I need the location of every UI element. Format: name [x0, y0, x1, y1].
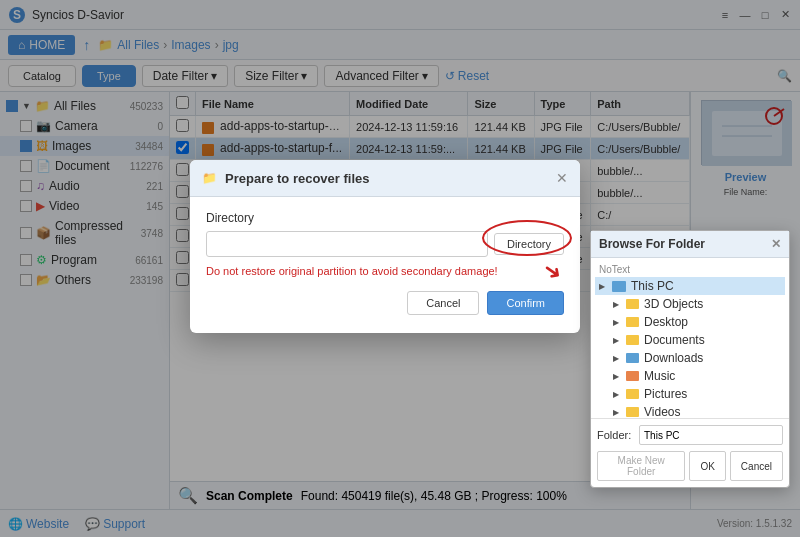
- tree-arrow-icon: ▶: [613, 408, 623, 417]
- folder-icon: [626, 335, 639, 345]
- folder-icon: [626, 371, 639, 381]
- tree-item-videos[interactable]: ▶ Videos: [595, 403, 785, 418]
- dialog-footer: Cancel Confirm: [206, 291, 564, 319]
- tree-item-desktop[interactable]: ▶ Desktop: [595, 313, 785, 331]
- tree-arrow-icon: ▶: [613, 318, 623, 327]
- folder-input[interactable]: [639, 425, 783, 445]
- browse-close-button[interactable]: ✕: [771, 237, 781, 251]
- tree-arrow-icon: ▶: [613, 390, 623, 399]
- tree-arrow-icon: ▶: [613, 336, 623, 345]
- browse-folder-dialog: Browse For Folder ✕ NoText ▶ This PC ▶ 3…: [590, 230, 790, 488]
- warning-text: Do not restore original partition to avo…: [206, 265, 564, 277]
- pc-icon: [612, 281, 626, 292]
- tree-item-pictures[interactable]: ▶ Pictures: [595, 385, 785, 403]
- folder-icon: [626, 353, 639, 363]
- make-new-folder-button[interactable]: Make New Folder: [597, 451, 685, 481]
- browse-dialog-footer: Folder: Make New Folder OK Cancel: [591, 418, 789, 487]
- tree-item-this-pc[interactable]: ▶ This PC: [595, 277, 785, 295]
- folder-icon: [626, 317, 639, 327]
- confirm-button[interactable]: Confirm: [487, 291, 564, 315]
- tree-item-music[interactable]: ▶ Music: [595, 367, 785, 385]
- folder-row: Folder:: [597, 425, 783, 445]
- dialog-header: 📁 Prepare to recover files ✕: [190, 160, 580, 197]
- browse-dialog-body: NoText ▶ This PC ▶ 3D Objects ▶ Desktop …: [591, 258, 789, 418]
- tree-arrow-icon: ▶: [599, 282, 609, 291]
- tree-item-downloads[interactable]: ▶ Downloads: [595, 349, 785, 367]
- dialog-close-button[interactable]: ✕: [556, 170, 568, 186]
- folder-icon: [626, 299, 639, 309]
- directory-input-row: Directory: [206, 231, 564, 257]
- dialog-folder-icon: 📁: [202, 171, 217, 185]
- directory-input[interactable]: [206, 231, 488, 257]
- browse-cancel-button[interactable]: Cancel: [730, 451, 783, 481]
- directory-label: Directory: [206, 211, 564, 225]
- folder-icon: [626, 389, 639, 399]
- recover-files-dialog: 📁 Prepare to recover files ✕ Directory D…: [190, 160, 580, 333]
- browse-no-text: NoText: [595, 262, 785, 277]
- dialog-body: Directory Directory Do not restore origi…: [190, 197, 580, 333]
- browse-button-row: Make New Folder OK Cancel: [597, 451, 783, 481]
- tree-arrow-icon: ▶: [613, 354, 623, 363]
- tree-arrow-icon: ▶: [613, 300, 623, 309]
- tree-item-3d-objects[interactable]: ▶ 3D Objects: [595, 295, 785, 313]
- tree-arrow-icon: ▶: [613, 372, 623, 381]
- folder-label: Folder:: [597, 429, 635, 441]
- tree-item-documents[interactable]: ▶ Documents: [595, 331, 785, 349]
- browse-title: Browse For Folder: [599, 237, 705, 251]
- browse-dialog-header: Browse For Folder ✕: [591, 231, 789, 258]
- folder-icon: [626, 407, 639, 417]
- dialog-title: Prepare to recover files: [225, 171, 548, 186]
- cancel-button[interactable]: Cancel: [407, 291, 479, 315]
- directory-button[interactable]: Directory: [494, 233, 564, 255]
- browse-ok-button[interactable]: OK: [689, 451, 725, 481]
